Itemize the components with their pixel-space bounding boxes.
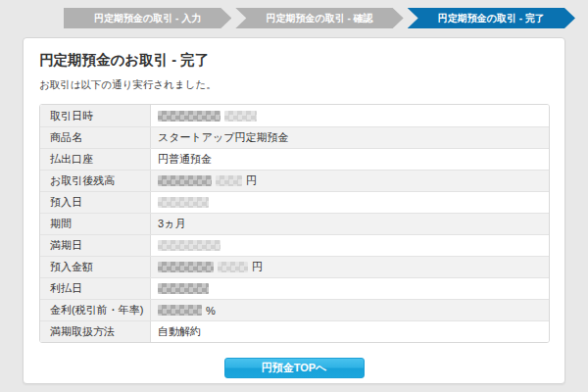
redacted-value-block xyxy=(158,305,202,316)
page-title: 円定期預金のお取引 - 完了 xyxy=(39,51,549,70)
redacted-value-block xyxy=(158,197,209,208)
redacted-value-block xyxy=(216,175,242,186)
value-text: 円 xyxy=(252,260,263,274)
transaction-detail-table: 取引日時商品名スタートアップ円定期預金払出口座円普通預金お取引後残高円預入日期間… xyxy=(39,104,550,343)
row-label: 利払日 xyxy=(40,278,151,299)
value-text: スタートアップ円定期預金 xyxy=(158,130,289,145)
row-value xyxy=(151,105,549,126)
redacted-value-block xyxy=(224,111,257,122)
table-row: お取引後残高円 xyxy=(40,170,549,191)
row-label: 期間 xyxy=(40,214,151,234)
row-value: % xyxy=(151,300,549,320)
step-indicator: 円定期預金の取引 - 入力円定期預金の取引 - 確認円定期預金の取引 - 完了 xyxy=(64,8,575,28)
table-row: 利払日 xyxy=(40,277,549,299)
table-row: 期間3ヵ月 xyxy=(40,213,549,234)
row-label: 商品名 xyxy=(40,127,151,148)
table-row: 取引日時 xyxy=(40,105,549,126)
row-value: 自動解約 xyxy=(151,321,549,342)
redacted-value-block xyxy=(218,262,248,272)
page-subtitle: お取引は以下の通り実行されました。 xyxy=(39,78,549,92)
row-value: 円普通預金 xyxy=(151,149,549,170)
row-value xyxy=(151,192,549,213)
table-row: 預入日 xyxy=(40,191,549,213)
row-label: 金利(税引前・年率) xyxy=(40,300,151,320)
row-label: お取引後残高 xyxy=(40,171,151,191)
button-row: 円預金TOPへ xyxy=(39,358,549,378)
row-label: 払出口座 xyxy=(40,149,151,170)
table-row: 満期取扱方法自動解約 xyxy=(40,320,549,342)
row-value: 円 xyxy=(151,171,549,191)
row-value: スタートアップ円定期預金 xyxy=(151,127,549,148)
value-text: 円普通預金 xyxy=(158,152,212,167)
table-row: 払出口座円普通預金 xyxy=(40,148,549,170)
table-row: 金利(税引前・年率)% xyxy=(40,299,549,320)
row-value: 3ヵ月 xyxy=(151,214,549,234)
content-panel: 円定期預金のお取引 - 完了 お取引は以下の通り実行されました。 取引日時商品名… xyxy=(23,37,565,384)
step-2-arrow: 円定期預金の取引 - 確認 xyxy=(235,8,403,28)
row-value xyxy=(151,278,549,299)
row-label: 預入金額 xyxy=(40,257,151,277)
yen-deposit-top-button[interactable]: 円預金TOPへ xyxy=(224,358,365,378)
redacted-value-block xyxy=(158,283,209,294)
row-label: 預入日 xyxy=(40,192,151,213)
row-value: 円 xyxy=(151,257,549,277)
value-text: % xyxy=(206,305,216,317)
redacted-value-block xyxy=(158,262,214,272)
redacted-value-block xyxy=(158,111,220,122)
step-3-arrow: 円定期預金の取引 - 完了 xyxy=(408,8,575,28)
table-row: 満期日 xyxy=(40,234,549,256)
row-label: 満期取扱方法 xyxy=(40,321,151,342)
row-label: 取引日時 xyxy=(40,105,151,126)
table-row: 商品名スタートアップ円定期預金 xyxy=(40,126,549,148)
redacted-value-block xyxy=(158,240,220,251)
row-label: 満期日 xyxy=(40,235,151,256)
value-text: 3ヵ月 xyxy=(158,217,185,231)
step-1-arrow: 円定期預金の取引 - 入力 xyxy=(64,8,231,28)
value-text: 自動解約 xyxy=(158,324,201,339)
value-text: 円 xyxy=(246,173,257,188)
row-value xyxy=(151,235,549,256)
table-row: 預入金額円 xyxy=(40,256,549,277)
redacted-value-block xyxy=(158,175,212,186)
